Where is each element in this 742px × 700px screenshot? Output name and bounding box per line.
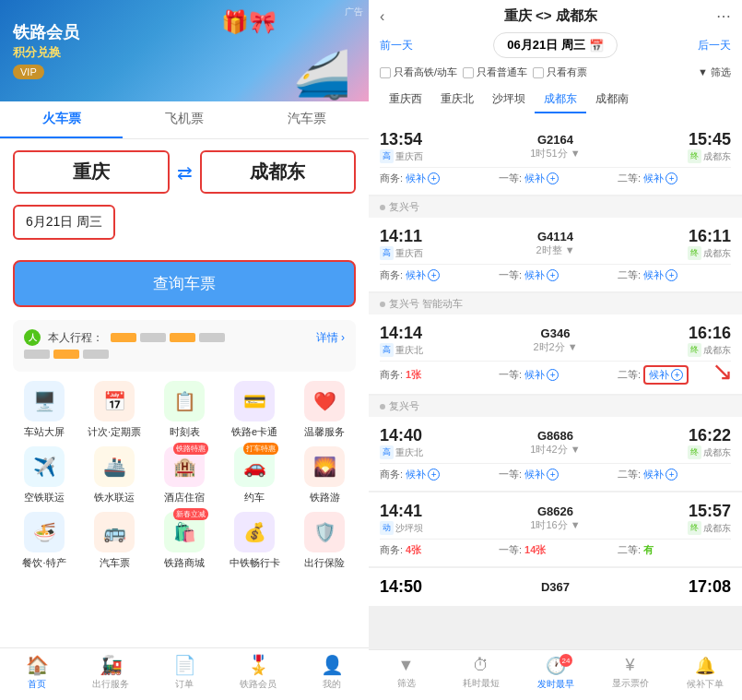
plus-icon-3-1[interactable]: +	[547, 469, 559, 481]
detail-link[interactable]: 详情 ›	[316, 330, 345, 346]
icon-label-11: 汽车票	[100, 556, 130, 570]
seat-green-4-2: 有	[643, 543, 654, 557]
plus-icon-3-2[interactable]: +	[665, 469, 677, 481]
plus-icon-1-0[interactable]: +	[428, 269, 440, 281]
filter-gaotie[interactable]: 只看高铁/动车	[380, 65, 457, 79]
right-header: ‹ 重庆 <> 成都东 ⋯ 前一天 06月21日 周三 📅 后一天 只看高铁/动…	[369, 0, 742, 121]
seat-row-1: 商务:候补+一等:候补+二等:候补+	[380, 264, 731, 282]
ad-label: 广告	[345, 6, 363, 18]
dep-station-4: 动沙坪坝	[380, 521, 423, 535]
train-card-0[interactable]: 13:54高重庆西G21641时51分 ▼15:45终成都东商务:候补+一等:候…	[369, 121, 742, 195]
seat-item-3-2: 二等:候补+	[618, 468, 731, 481]
station-tab-2[interactable]: 沙坪坝	[483, 87, 535, 113]
left-nav-item-0[interactable]: 🏠首页	[0, 654, 74, 691]
checkbox-putong[interactable]	[463, 67, 474, 78]
icon-grid-item-13[interactable]: 💰中铁畅行卡	[223, 512, 286, 570]
prev-day-btn[interactable]: 前一天	[380, 38, 413, 53]
filter-putong[interactable]: 只看普通车	[463, 65, 527, 79]
plus-icon-0-0[interactable]: +	[428, 172, 440, 184]
right-panel: ‹ 重庆 <> 成都东 ⋯ 前一天 06月21日 周三 📅 后一天 只看高铁/动…	[369, 0, 742, 700]
station-tab-4[interactable]: 成都南	[586, 87, 638, 113]
right-nav-item-0[interactable]: ▼筛选	[369, 656, 443, 691]
icon-grid-item-7[interactable]: 🏨铁路特惠酒店住宿	[153, 446, 216, 504]
arr-div-0: 15:45终成都东	[688, 130, 731, 163]
left-nav-item-3[interactable]: 🎖️铁路会员	[221, 654, 295, 691]
divider-dot	[380, 302, 385, 307]
tab-bus[interactable]: 汽车票	[246, 101, 369, 138]
duration-2: 2时2分 ▼	[430, 340, 680, 354]
train-divider-3: 复兴号	[369, 396, 742, 417]
train-card-3[interactable]: 14:40高重庆北G86861时42分 ▼16:22终成都东商务:候补+一等:候…	[369, 417, 742, 491]
seat-type-4-1: 一等:	[499, 543, 522, 557]
dep-div-1: 14:11高重庆西	[380, 227, 423, 260]
station-tab-0[interactable]: 重庆西	[380, 87, 431, 113]
right-nav-item-2[interactable]: 24🕐发时最早	[518, 656, 593, 691]
station-tab-1[interactable]: 重庆北	[431, 87, 483, 113]
icon-label-4: 温馨服务	[304, 425, 345, 439]
left-nav-label-3: 铁路会员	[240, 678, 277, 691]
icon-grid-item-2[interactable]: 📋时刻表	[153, 381, 216, 439]
right-nav-icon-4: 🔔	[695, 656, 715, 676]
icon-grid-item-12[interactable]: 🛍️新春立减铁路商城	[153, 512, 216, 570]
icon-grid-item-9[interactable]: 🌄铁路游	[293, 446, 356, 504]
search-button[interactable]: 查询车票	[13, 260, 356, 307]
next-day-btn[interactable]: 后一天	[698, 38, 731, 53]
right-nav-label-1: 耗时最短	[463, 677, 500, 690]
tab-train[interactable]: 火车票	[0, 101, 123, 138]
plus-icon-1-2[interactable]: +	[665, 269, 677, 281]
icon-box-8: 🚗打车特惠	[234, 446, 275, 487]
from-station[interactable]: 重庆	[13, 150, 170, 194]
icon-grid-item-1[interactable]: 📅计次·定期票	[83, 381, 146, 439]
train-divider-2: 复兴号 智能动车	[369, 293, 742, 314]
swap-icon[interactable]: ⇄	[177, 161, 193, 184]
icon-grid-item-6[interactable]: 🚢铁水联运	[83, 446, 146, 504]
arr-time-5: 17:08	[689, 577, 731, 597]
icon-grid-item-5[interactable]: ✈️空铁联运	[13, 446, 76, 504]
left-nav-item-4[interactable]: 👤我的	[295, 654, 369, 691]
station-tab-3[interactable]: 成都东	[535, 87, 586, 113]
icon-grid-item-14[interactable]: 🛡️出行保险	[293, 512, 356, 570]
tab-flight[interactable]: 飞机票	[123, 101, 245, 138]
plus-icon-0-1[interactable]: +	[547, 172, 559, 184]
right-nav-item-3[interactable]: ¥显示票价	[593, 656, 667, 691]
plus-icon-0-2[interactable]: +	[665, 172, 677, 184]
date-picker[interactable]: 6月21日 周三	[13, 205, 115, 240]
seat-avail-1-2: 候补+	[643, 268, 677, 282]
train-card-5[interactable]: 14:50D36717:08	[369, 568, 742, 606]
plus-icon-1-1[interactable]: +	[547, 269, 559, 281]
seat-row-3: 商务:候补+一等:候补+二等:候补+	[380, 463, 731, 481]
icon-grid-item-11[interactable]: 🚌汽车票	[83, 512, 146, 570]
left-nav-item-2[interactable]: 📄订单	[147, 654, 221, 691]
right-nav-label-4: 候补下单	[687, 678, 724, 691]
arr-station-0: 终成都东	[688, 149, 731, 163]
date-text: 06月21日 周三	[507, 37, 585, 53]
train-card-2[interactable]: 14:14高重庆北G3462时2分 ▼16:16终成都东商务:1张一等:候补+二…	[369, 314, 742, 394]
filter-button[interactable]: ▼ 筛选	[698, 65, 731, 79]
icon-grid-item-10[interactable]: 🍜餐饮·特产	[13, 512, 76, 570]
back-icon[interactable]: ‹	[380, 8, 384, 25]
more-icon[interactable]: ⋯	[716, 7, 731, 25]
to-station[interactable]: 成都东	[200, 150, 357, 194]
icon-grid-item-8[interactable]: 🚗打车特惠约车	[223, 446, 286, 504]
divider-text-3: 复兴号	[389, 399, 419, 413]
plus-icon-3-0[interactable]: +	[428, 469, 440, 481]
filter-youpiao[interactable]: 只看有票	[533, 65, 587, 79]
icon-grid-item-0[interactable]: 🖥️车站大屏	[13, 381, 76, 439]
checkbox-youpiao[interactable]	[533, 67, 544, 78]
checkbox-gaotie[interactable]	[380, 67, 391, 78]
icon-label-7: 酒店住宿	[164, 491, 205, 504]
plus-icon-2-1[interactable]: +	[547, 369, 559, 381]
icon-label-8: 约车	[244, 491, 265, 504]
right-nav-item-4[interactable]: 🔔候补下单	[667, 656, 742, 691]
icon-grid-item-4[interactable]: ❤️温馨服务	[293, 381, 356, 439]
arr-station-1: 终成都东	[688, 246, 731, 260]
train-card-4[interactable]: 14:41动沙坪坝G86261时16分 ▼15:57终成都东商务:4张一等:14…	[369, 492, 742, 566]
seat-avail-2-1: 候补+	[524, 368, 559, 382]
right-nav-item-1[interactable]: ⏱耗时最短	[443, 656, 518, 691]
train-card-1[interactable]: 14:11高重庆西G41142时整 ▼16:11终成都东商务:候补+一等:候补+…	[369, 218, 742, 291]
train-list: 13:54高重庆西G21641时51分 ▼15:45终成都东商务:候补+一等:候…	[369, 121, 742, 649]
plus-icon-2-2[interactable]: +	[671, 369, 683, 381]
current-date-display[interactable]: 06月21日 周三 📅	[493, 32, 618, 58]
icon-grid-item-3[interactable]: 💳铁路e卡通	[223, 381, 286, 439]
left-nav-item-1[interactable]: 🚂出行服务	[74, 654, 147, 691]
